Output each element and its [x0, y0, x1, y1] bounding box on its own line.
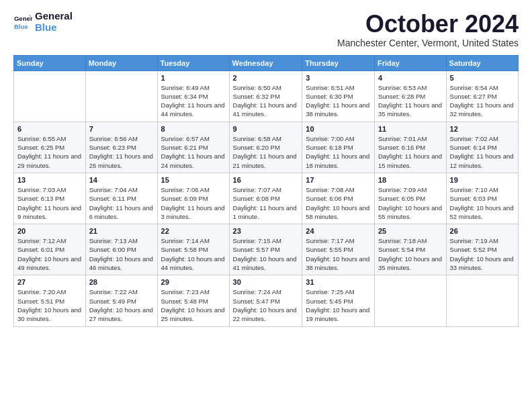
- calendar-cell: 18Sunrise: 7:09 AMSunset: 6:05 PMDayligh…: [374, 173, 446, 224]
- cell-info: Sunrise: 6:51 AMSunset: 6:30 PMDaylight:…: [306, 83, 371, 119]
- day-number: 23: [233, 227, 299, 235]
- calendar-cell: 20Sunrise: 7:12 AMSunset: 6:01 PMDayligh…: [14, 224, 86, 275]
- calendar-day-header: Thursday: [302, 55, 375, 71]
- calendar-cell: 29Sunrise: 7:23 AMSunset: 5:48 PMDayligh…: [157, 275, 229, 326]
- cell-info: Sunrise: 6:55 AMSunset: 6:25 PMDaylight:…: [17, 134, 82, 170]
- calendar-day-header: Tuesday: [157, 55, 229, 71]
- cell-info: Sunrise: 7:13 AMSunset: 6:00 PMDaylight:…: [89, 236, 154, 272]
- cell-info: Sunrise: 7:07 AMSunset: 6:08 PMDaylight:…: [233, 185, 299, 221]
- calendar-cell: 19Sunrise: 7:10 AMSunset: 6:03 PMDayligh…: [446, 173, 518, 224]
- calendar-cell: 16Sunrise: 7:07 AMSunset: 6:08 PMDayligh…: [229, 173, 302, 224]
- cell-info: Sunrise: 7:00 AMSunset: 6:18 PMDaylight:…: [306, 134, 371, 170]
- cell-info: Sunrise: 6:58 AMSunset: 6:20 PMDaylight:…: [233, 134, 299, 170]
- calendar-day-header: Wednesday: [229, 55, 302, 71]
- logo-icon: General Blue: [13, 13, 32, 32]
- cell-info: Sunrise: 7:06 AMSunset: 6:09 PMDaylight:…: [161, 185, 226, 221]
- calendar-cell: [446, 275, 518, 326]
- calendar-cell: 6Sunrise: 6:55 AMSunset: 6:25 PMDaylight…: [14, 122, 86, 173]
- calendar-day-header: Monday: [85, 55, 157, 71]
- day-number: 20: [17, 227, 82, 235]
- cell-info: Sunrise: 7:24 AMSunset: 5:47 PMDaylight:…: [233, 287, 299, 323]
- calendar-header-row: SundayMondayTuesdayWednesdayThursdayFrid…: [14, 55, 519, 71]
- day-number: 6: [17, 125, 82, 133]
- calendar-day-header: Sunday: [14, 55, 86, 71]
- calendar-cell: 2Sunrise: 6:50 AMSunset: 6:32 PMDaylight…: [229, 71, 302, 122]
- calendar-cell: 1Sunrise: 6:49 AMSunset: 6:34 PMDaylight…: [157, 71, 229, 122]
- calendar-week-row: 27Sunrise: 7:20 AMSunset: 5:51 PMDayligh…: [14, 275, 519, 326]
- location-subtitle: Manchester Center, Vermont, United State…: [337, 38, 519, 48]
- cell-info: Sunrise: 7:20 AMSunset: 5:51 PMDaylight:…: [17, 287, 82, 323]
- day-number: 27: [17, 278, 82, 286]
- cell-info: Sunrise: 6:53 AMSunset: 6:28 PMDaylight:…: [378, 83, 443, 119]
- day-number: 7: [89, 125, 154, 133]
- calendar-cell: 15Sunrise: 7:06 AMSunset: 6:09 PMDayligh…: [157, 173, 229, 224]
- day-number: 18: [378, 176, 443, 184]
- day-number: 2: [233, 74, 299, 82]
- calendar-cell: 30Sunrise: 7:24 AMSunset: 5:47 PMDayligh…: [229, 275, 302, 326]
- day-number: 28: [89, 278, 154, 286]
- calendar-cell: 17Sunrise: 7:08 AMSunset: 6:06 PMDayligh…: [302, 173, 375, 224]
- cell-info: Sunrise: 7:08 AMSunset: 6:06 PMDaylight:…: [306, 185, 371, 221]
- day-number: 9: [233, 125, 299, 133]
- calendar-cell: 4Sunrise: 6:53 AMSunset: 6:28 PMDaylight…: [374, 71, 446, 122]
- day-number: 1: [161, 74, 226, 82]
- cell-info: Sunrise: 6:49 AMSunset: 6:34 PMDaylight:…: [161, 83, 226, 119]
- cell-info: Sunrise: 7:02 AMSunset: 6:14 PMDaylight:…: [450, 134, 515, 170]
- day-number: 12: [450, 125, 515, 133]
- calendar-week-row: 6Sunrise: 6:55 AMSunset: 6:25 PMDaylight…: [14, 122, 519, 173]
- cell-info: Sunrise: 7:01 AMSunset: 6:16 PMDaylight:…: [378, 134, 443, 170]
- day-number: 29: [161, 278, 226, 286]
- page-container: General Blue General Blue October 2024 M…: [0, 0, 532, 338]
- day-number: 26: [450, 227, 515, 235]
- calendar-week-row: 20Sunrise: 7:12 AMSunset: 6:01 PMDayligh…: [14, 224, 519, 275]
- day-number: 21: [89, 227, 154, 235]
- day-number: 22: [161, 227, 226, 235]
- day-number: 25: [378, 227, 443, 235]
- day-number: 3: [306, 74, 371, 82]
- day-number: 10: [306, 125, 371, 133]
- cell-info: Sunrise: 6:50 AMSunset: 6:32 PMDaylight:…: [233, 83, 299, 119]
- cell-info: Sunrise: 7:19 AMSunset: 5:52 PMDaylight:…: [450, 236, 515, 272]
- calendar-cell: 21Sunrise: 7:13 AMSunset: 6:00 PMDayligh…: [85, 224, 157, 275]
- calendar-day-header: Saturday: [446, 55, 518, 71]
- calendar-cell: 11Sunrise: 7:01 AMSunset: 6:16 PMDayligh…: [374, 122, 446, 173]
- calendar-cell: 26Sunrise: 7:19 AMSunset: 5:52 PMDayligh…: [446, 224, 518, 275]
- cell-info: Sunrise: 7:17 AMSunset: 5:55 PMDaylight:…: [306, 236, 371, 272]
- calendar-cell: 24Sunrise: 7:17 AMSunset: 5:55 PMDayligh…: [302, 224, 375, 275]
- header: General Blue General Blue October 2024 M…: [13, 11, 519, 48]
- day-number: 15: [161, 176, 226, 184]
- day-number: 11: [378, 125, 443, 133]
- day-number: 8: [161, 125, 226, 133]
- calendar-day-header: Friday: [374, 55, 446, 71]
- day-number: 4: [378, 74, 443, 82]
- cell-info: Sunrise: 7:09 AMSunset: 6:05 PMDaylight:…: [378, 185, 443, 221]
- cell-info: Sunrise: 7:18 AMSunset: 5:54 PMDaylight:…: [378, 236, 443, 272]
- calendar-week-row: 1Sunrise: 6:49 AMSunset: 6:34 PMDaylight…: [14, 71, 519, 122]
- calendar-cell: [374, 275, 446, 326]
- cell-info: Sunrise: 6:57 AMSunset: 6:21 PMDaylight:…: [161, 134, 226, 170]
- calendar-cell: 25Sunrise: 7:18 AMSunset: 5:54 PMDayligh…: [374, 224, 446, 275]
- day-number: 31: [306, 278, 371, 286]
- svg-text:General: General: [14, 15, 32, 22]
- day-number: 5: [450, 74, 515, 82]
- day-number: 14: [89, 176, 154, 184]
- month-title: October 2024: [337, 11, 519, 38]
- cell-info: Sunrise: 7:03 AMSunset: 6:13 PMDaylight:…: [17, 185, 82, 221]
- cell-info: Sunrise: 7:22 AMSunset: 5:49 PMDaylight:…: [89, 287, 154, 323]
- svg-text:Blue: Blue: [14, 22, 28, 30]
- calendar-cell: 8Sunrise: 6:57 AMSunset: 6:21 PMDaylight…: [157, 122, 229, 173]
- cell-info: Sunrise: 6:54 AMSunset: 6:27 PMDaylight:…: [450, 83, 515, 119]
- cell-info: Sunrise: 6:56 AMSunset: 6:23 PMDaylight:…: [89, 134, 154, 170]
- calendar-cell: 27Sunrise: 7:20 AMSunset: 5:51 PMDayligh…: [14, 275, 86, 326]
- title-area: October 2024 Manchester Center, Vermont,…: [337, 11, 519, 48]
- logo: General Blue General Blue: [13, 11, 73, 33]
- day-number: 24: [306, 227, 371, 235]
- calendar-cell: [85, 71, 157, 122]
- cell-info: Sunrise: 7:25 AMSunset: 5:45 PMDaylight:…: [306, 287, 371, 323]
- calendar-cell: 14Sunrise: 7:04 AMSunset: 6:11 PMDayligh…: [85, 173, 157, 224]
- day-number: 16: [233, 176, 299, 184]
- calendar-cell: [14, 71, 86, 122]
- calendar-cell: 23Sunrise: 7:15 AMSunset: 5:57 PMDayligh…: [229, 224, 302, 275]
- calendar-cell: 22Sunrise: 7:14 AMSunset: 5:58 PMDayligh…: [157, 224, 229, 275]
- day-number: 30: [233, 278, 299, 286]
